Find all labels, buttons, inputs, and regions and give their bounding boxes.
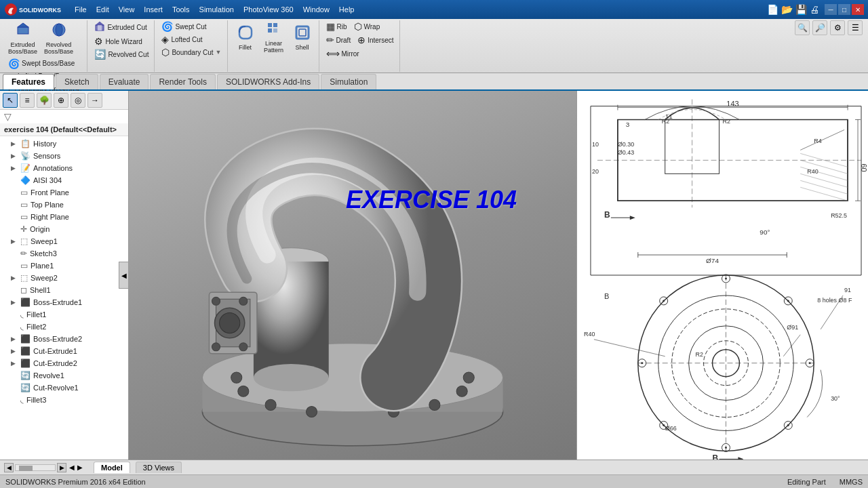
wrap-button[interactable]: ⬡ Wrap bbox=[351, 20, 383, 33]
intersect-button[interactable]: ⊕ Intersect bbox=[355, 34, 396, 46]
boss-extrude2-icon: ⬛ bbox=[20, 334, 31, 344]
swept-boss-base-button[interactable]: 🌀 Swept Boss/Base bbox=[5, 58, 84, 70]
revolved-boss-base-button[interactable]: RevolvedBoss/Base bbox=[41, 20, 76, 57]
extruded-boss-base-button[interactable]: ExtrudedBoss/Base bbox=[5, 20, 40, 57]
hole-wizard-button[interactable]: ⚙ Hole Wizard bbox=[92, 35, 151, 47]
tree-item-sensors[interactable]: ▶ 📡 Sensors bbox=[0, 150, 128, 162]
tree-item-sweep2[interactable]: ▶ ⬚ Sweep2 bbox=[0, 272, 128, 284]
tab-addins[interactable]: SOLIDWORKS Add-Ins bbox=[217, 74, 319, 89]
tree-item-fillet2[interactable]: ◟ Fillet2 bbox=[0, 321, 128, 333]
tree-item-top-plane[interactable]: ▭ Top Plane bbox=[0, 199, 128, 211]
options-icon[interactable]: ☰ bbox=[848, 20, 863, 35]
sidebar-list-btn[interactable]: ≡ bbox=[20, 93, 35, 108]
sidebar-arrow-btn[interactable]: → bbox=[87, 93, 102, 108]
tab-render-tools[interactable]: Render Tools bbox=[150, 74, 216, 89]
tree-item-shell1[interactable]: ◻ Shell1 bbox=[0, 284, 128, 296]
linear-pattern-button[interactable]: LinearPattern bbox=[260, 20, 288, 56]
tree-item-right-plane[interactable]: ▭ Right Plane bbox=[0, 211, 128, 223]
sidebar-collapse-button[interactable]: ◀ bbox=[119, 262, 128, 289]
bottom-tab-model[interactable]: Model bbox=[94, 462, 130, 473]
boundary-cut-button[interactable]: ⬡ Boundary Cut ▼ bbox=[159, 46, 224, 58]
open-file-icon[interactable]: 📂 bbox=[781, 4, 793, 15]
tree-item-fillet1[interactable]: ◟ Fillet1 bbox=[0, 308, 128, 321]
sketch3-icon: ✏ bbox=[20, 249, 27, 258]
fillet-button[interactable]: Fillet bbox=[232, 20, 259, 56]
tree-item-boss-extrude1[interactable]: ▶ ⬛ Boss-Extrude1 bbox=[0, 296, 128, 308]
tree-item-origin[interactable]: ✛ Origin bbox=[0, 223, 128, 235]
svg-point-108 bbox=[787, 424, 789, 426]
lofted-cut-button[interactable]: ◈ Lofted Cut bbox=[159, 33, 224, 45]
scroll-right-btn[interactable]: ▶ bbox=[57, 463, 66, 472]
swept-cut-button[interactable]: 🌀 Swept Cut bbox=[159, 20, 224, 33]
tab-evaluate[interactable]: Evaluate bbox=[100, 74, 149, 89]
toolbar-col-swept: 🌀 Swept Cut ◈ Lofted Cut ⬡ Boundary Cut … bbox=[159, 20, 224, 58]
draft-button[interactable]: ✏ Draft bbox=[323, 34, 354, 46]
menu-window[interactable]: Window bbox=[299, 4, 334, 15]
settings-icon[interactable]: ⚙ bbox=[830, 20, 845, 35]
toolbar-row-misc2: ✏ Draft ⊕ Intersect bbox=[323, 34, 397, 46]
tree-item-plane1[interactable]: ▭ Plane1 bbox=[0, 260, 128, 272]
tree-item-sketch3[interactable]: ✏ Sketch3 bbox=[0, 247, 128, 260]
tree-item-boss-extrude2[interactable]: ▶ ⬛ Boss-Extrude2 bbox=[0, 333, 128, 345]
sidebar-cursor-btn[interactable]: ↖ bbox=[3, 93, 18, 108]
rib-button[interactable]: ▦ Rib bbox=[323, 20, 350, 33]
svg-text:90°: 90° bbox=[760, 228, 770, 236]
mirror-button[interactable]: ⟺ Mirror bbox=[323, 47, 362, 60]
3d-viewport[interactable]: EXERCISE 104 bbox=[129, 91, 576, 460]
svg-text:B: B bbox=[604, 292, 609, 300]
close-button[interactable]: ✕ bbox=[852, 4, 864, 15]
tree-item-sweep1[interactable]: ▶ ⬚ Sweep1 bbox=[0, 235, 128, 247]
tab-simulation[interactable]: Simulation bbox=[321, 74, 376, 89]
menu-bar: File Edit View Insert Tools Simulation P… bbox=[71, 4, 358, 15]
toolbar: ExtrudedBoss/Base RevolvedBoss/Base 🌀 Sw… bbox=[0, 19, 868, 73]
bottom-tab-3dviews[interactable]: 3D Views bbox=[136, 462, 182, 473]
tree-item-history[interactable]: ▶ 📋 History bbox=[0, 138, 128, 150]
expand-fillet3 bbox=[11, 396, 18, 403]
extruded-cut-icon bbox=[94, 21, 105, 34]
tree-item-fillet3[interactable]: ◟ Fillet3 bbox=[0, 394, 128, 406]
tree-item-cut-extrude1[interactable]: ▶ ⬛ Cut-Extrude1 bbox=[0, 345, 128, 357]
boundary-cut-dropdown[interactable]: ▼ bbox=[216, 49, 222, 56]
scroll-up-btn[interactable]: ◀ bbox=[69, 464, 75, 471]
swept-cut-label: Swept Cut bbox=[175, 23, 206, 30]
sidebar-tree-btn[interactable]: 🌳 bbox=[37, 93, 52, 108]
sidebar-circle-btn[interactable]: ◎ bbox=[71, 93, 85, 108]
svg-point-111 bbox=[641, 362, 643, 364]
tree-item-annotations[interactable]: ▶ 📝 Annotations bbox=[0, 162, 128, 174]
tree-item-cut-revolve1[interactable]: 🔄 Cut-Revolve1 bbox=[0, 382, 128, 394]
toolbar-group-boss-base: ExtrudedBoss/Base RevolvedBoss/Base 🌀 Sw… bbox=[3, 20, 87, 72]
search-small-icon[interactable]: 🔍 bbox=[795, 20, 810, 35]
menu-simulation[interactable]: Simulation bbox=[195, 4, 238, 15]
menu-insert[interactable]: Insert bbox=[140, 4, 167, 15]
tree-root-item[interactable]: exercise 104 (Default<<Default> bbox=[0, 123, 128, 136]
minimize-button[interactable]: ─ bbox=[825, 4, 837, 15]
revolved-cut-button[interactable]: 🔄 Revolved Cut bbox=[92, 48, 151, 60]
tree-item-front-plane[interactable]: ▭ Front Plane bbox=[0, 186, 128, 199]
tree-item-revolve1[interactable]: 🔄 Revolve1 bbox=[0, 369, 128, 382]
svg-point-110 bbox=[663, 424, 665, 426]
menu-help[interactable]: Help bbox=[335, 4, 359, 15]
menu-tools[interactable]: Tools bbox=[168, 4, 194, 15]
scroll-down-btn[interactable]: ▶ bbox=[77, 464, 83, 471]
menu-view[interactable]: View bbox=[115, 4, 139, 15]
scroll-track[interactable] bbox=[15, 464, 56, 471]
tree-item-material[interactable]: 🔷 AISI 304 bbox=[0, 174, 128, 186]
zoom-icon[interactable]: 🔎 bbox=[812, 20, 827, 35]
tree-item-cut-extrude2[interactable]: ▶ ⬛ Cut-Extrude2 bbox=[0, 357, 128, 369]
save-icon[interactable]: 💾 bbox=[795, 4, 807, 15]
maximize-button[interactable]: □ bbox=[838, 4, 850, 15]
menu-edit[interactable]: Edit bbox=[92, 4, 113, 15]
extruded-cut-button[interactable]: Extruded Cut bbox=[92, 20, 151, 35]
filter-icon[interactable]: ▽ bbox=[0, 110, 128, 123]
shell-button[interactable]: Shell bbox=[289, 20, 316, 56]
new-file-icon[interactable]: 📄 bbox=[767, 4, 778, 15]
front-plane-label: Front Plane bbox=[31, 188, 69, 197]
menu-file[interactable]: File bbox=[71, 4, 91, 15]
scroll-thumb[interactable] bbox=[19, 466, 33, 471]
tab-sketch[interactable]: Sketch bbox=[56, 74, 98, 89]
sidebar-target-btn[interactable]: ⊕ bbox=[54, 93, 68, 108]
print-icon[interactable]: 🖨 bbox=[810, 4, 819, 15]
scroll-left-btn[interactable]: ◀ bbox=[4, 463, 14, 472]
menu-photoview[interactable]: PhotoView 360 bbox=[239, 4, 298, 15]
tab-features[interactable]: Features bbox=[3, 74, 54, 89]
